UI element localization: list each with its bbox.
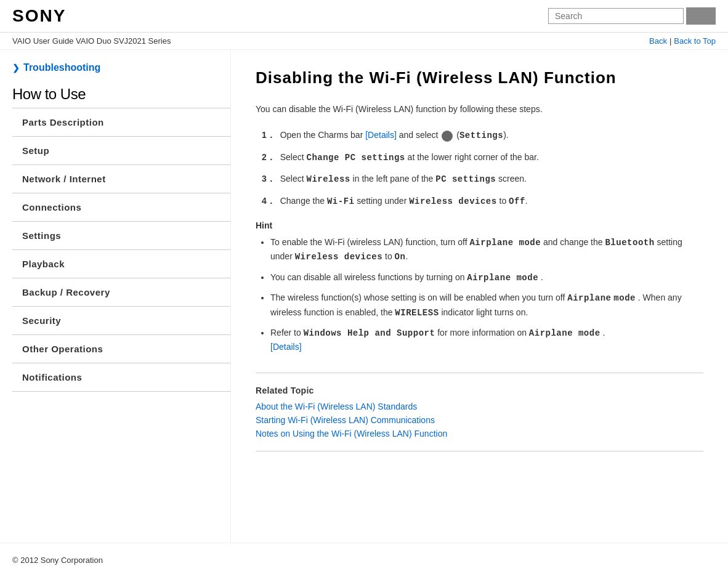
- intro-text: You can disable the Wi-Fi (Wireless LAN)…: [256, 102, 703, 116]
- step-3-bold2: PC settings: [435, 174, 496, 184]
- page-title: Disabling the Wi-Fi (Wireless LAN) Funct…: [256, 68, 703, 87]
- hint-4-airplane2: Airplane mode: [529, 328, 601, 338]
- sidebar-item-backup-recovery[interactable]: Backup / Recovery: [12, 278, 230, 306]
- content-divider-1: [256, 373, 703, 373]
- hint-3-mode: mode: [613, 293, 636, 303]
- sidebar-item-notifications[interactable]: Notifications: [12, 363, 230, 391]
- how-to-use-heading: How to Use: [12, 86, 230, 103]
- sidebar: Troubleshooting How to Use Parts Descrip…: [0, 50, 231, 543]
- step-3-num: 3．: [262, 174, 275, 184]
- hint-1-wireless-devices: Wireless devices: [295, 252, 382, 262]
- troubleshooting-heading[interactable]: Troubleshooting: [12, 62, 230, 73]
- step-1-details-link[interactable]: [Details]: [365, 130, 397, 140]
- hint-1-on: On: [395, 252, 406, 262]
- back-to-top-link[interactable]: Back to Top: [674, 36, 716, 46]
- step-4: 4． Change the Wi-Fi setting under Wirele…: [256, 194, 703, 208]
- hint-item-1: To enable the Wi-Fi (wireless LAN) funct…: [270, 235, 703, 264]
- related-topic-title: Related Topic: [256, 386, 703, 395]
- header: SONY: [0, 0, 728, 33]
- sidebar-divider-10: [12, 391, 230, 392]
- main-layout: Troubleshooting How to Use Parts Descrip…: [0, 50, 728, 543]
- hint-item-4: Refer to Windows Help and Support for mo…: [270, 326, 703, 354]
- sony-logo: SONY: [12, 6, 66, 26]
- hint-4-windows-help: Windows Help and Support: [304, 328, 435, 338]
- sidebar-item-connections[interactable]: Connections: [12, 193, 230, 221]
- related-topic: Related Topic About the Wi-Fi (Wireless …: [256, 386, 703, 439]
- hint-1-bluetooth: Bluetooth: [605, 238, 654, 248]
- hint-3-wireless: WIRELESS: [395, 308, 439, 318]
- footer: © 2012 Sony Corporation: [0, 543, 728, 566]
- step-1-settings-text: Settings: [459, 131, 503, 140]
- step-2-num: 2．: [262, 152, 275, 162]
- content-divider-2: [256, 451, 703, 451]
- related-link-3[interactable]: Notes on Using the Wi-Fi (Wireless LAN) …: [256, 429, 703, 439]
- nav-links: Back | Back to Top: [649, 36, 716, 46]
- sidebar-item-security[interactable]: Security: [12, 307, 230, 334]
- related-link-1[interactable]: About the Wi-Fi (Wireless LAN) Standards: [256, 402, 703, 411]
- sidebar-item-other-operations[interactable]: Other Operations: [12, 335, 230, 363]
- step-4-bold3: Off: [509, 196, 525, 206]
- step-2: 2． Select Change PC settings at the lowe…: [256, 150, 703, 164]
- breadcrumb-bar: VAIO User Guide VAIO Duo SVJ2021 Series …: [0, 33, 728, 50]
- step-4-num: 4．: [262, 196, 275, 206]
- step-2-bold: Change PC settings: [307, 153, 405, 163]
- search-input[interactable]: [548, 8, 684, 24]
- content-area: Disabling the Wi-Fi (Wireless LAN) Funct…: [231, 50, 728, 543]
- step-4-bold2: Wireless devices: [409, 196, 496, 206]
- steps-list: 1． Open the Charms bar [Details] and sel…: [256, 128, 703, 208]
- sidebar-item-playback[interactable]: Playback: [12, 250, 230, 278]
- related-link-2[interactable]: Starting Wi-Fi (Wireless LAN) Communicat…: [256, 415, 703, 425]
- step-1-num: 1．: [262, 130, 275, 140]
- settings-icon: [442, 131, 453, 142]
- hint-3-airplane1: Airplane: [567, 293, 611, 303]
- sidebar-item-setup[interactable]: Setup: [12, 137, 230, 164]
- step-3-bold1: Wireless: [307, 174, 350, 184]
- hint-2-airplane: Airplane mode: [467, 273, 538, 283]
- nav-separator: |: [669, 36, 671, 46]
- step-1: 1． Open the Charms bar [Details] and sel…: [256, 128, 703, 142]
- step-4-bold1: Wi-Fi: [327, 196, 355, 206]
- hint-1-airplane: Airplane mode: [469, 238, 541, 248]
- guide-title: VAIO User Guide VAIO Duo SVJ2021 Series: [12, 36, 171, 46]
- copyright-text: © 2012 Sony Corporation: [12, 556, 103, 565]
- sidebar-item-settings[interactable]: Settings: [12, 222, 230, 249]
- hint-section: Hint To enable the Wi-Fi (wireless LAN) …: [256, 220, 703, 354]
- sidebar-item-parts-description[interactable]: Parts Description: [12, 108, 230, 136]
- hint-item-2: You can disable all wireless functions b…: [270, 270, 703, 285]
- hint-item-3: The wireless function(s) whose setting i…: [270, 291, 703, 320]
- step-3: 3． Select Wireless in the left pane of t…: [256, 172, 703, 186]
- search-button[interactable]: [686, 7, 716, 25]
- sidebar-item-network-internet[interactable]: Network / Internet: [12, 165, 230, 193]
- hint-4-details-link[interactable]: [Details]: [270, 342, 302, 352]
- back-link[interactable]: Back: [649, 36, 667, 46]
- hint-list: To enable the Wi-Fi (wireless LAN) funct…: [256, 235, 703, 354]
- search-area: [548, 7, 716, 25]
- hint-title: Hint: [256, 220, 703, 230]
